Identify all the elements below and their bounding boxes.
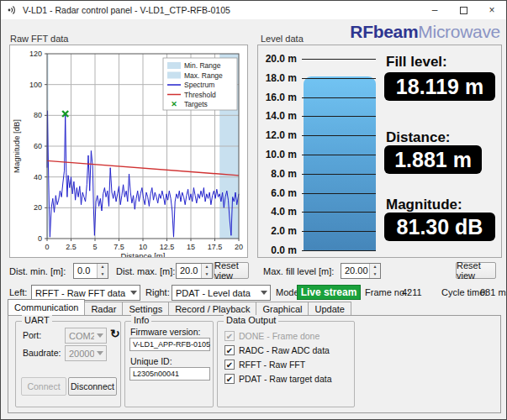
spinner-up-icon[interactable]: ▲ xyxy=(202,264,212,271)
scale-tick-line xyxy=(302,155,376,155)
spinner-up-icon[interactable]: ▲ xyxy=(98,264,108,271)
checkbox-checked-icon[interactable]: ✔ xyxy=(224,360,235,370)
checkbox-checked-icon[interactable]: ✔ xyxy=(224,374,235,384)
checkbox-checked-icon[interactable]: ✔ xyxy=(224,345,235,355)
info-group: Info Firmware version: V-LD1_APP-RFB-010… xyxy=(124,321,214,407)
spinner-down-icon[interactable]: ▼ xyxy=(370,271,380,279)
fft-reset-view-button[interactable]: Reset view xyxy=(214,262,249,279)
right-combo-label: Right: xyxy=(145,287,170,297)
svg-text:12.5: 12.5 xyxy=(160,243,175,251)
minimize-button[interactable]: – xyxy=(420,1,449,19)
dist-max-spinner[interactable]: 20.0 ▲▼ xyxy=(176,263,213,279)
dist-min-spinner[interactable]: 0.0 ▲▼ xyxy=(73,263,108,279)
unique-id-field[interactable]: L2305n00041 xyxy=(129,367,210,381)
data-output-group-label: Data Output xyxy=(224,315,278,325)
scale-label: 6.0 m xyxy=(258,187,297,199)
readout-label: Fill level: xyxy=(386,54,447,71)
refresh-ports-icon[interactable]: ↻ xyxy=(110,328,120,339)
right-view-value: PDAT - Level data xyxy=(172,288,258,298)
scale-label: 8.0 m xyxy=(258,168,297,180)
baudrate-value: 2000000 xyxy=(66,349,94,359)
tab-update[interactable]: Update xyxy=(308,302,351,315)
checkbox-label: RFFT - Raw FFT xyxy=(239,360,305,370)
dist-min-label: Dist. min. [m]: xyxy=(9,266,66,276)
baudrate-select[interactable]: 2000000 xyxy=(65,345,107,361)
spinner-up-icon[interactable]: ▲ xyxy=(370,264,380,271)
dist-max-label: Dist. max. [m]: xyxy=(116,266,175,276)
readout-value: 18.119 m xyxy=(384,72,495,101)
scale-tick-line xyxy=(302,212,376,213)
firmware-value-field[interactable]: V-LD1_APP-RFB-0105 xyxy=(129,338,210,351)
scale-tick-line xyxy=(302,174,376,175)
tab-settings[interactable]: Settings xyxy=(122,302,169,315)
scale-tick-line xyxy=(302,97,376,98)
logo-light-text: Microwave xyxy=(418,22,500,41)
chevron-down-icon xyxy=(258,291,270,295)
close-button[interactable]: × xyxy=(478,1,506,19)
level-bar xyxy=(304,76,376,250)
left-combo-label: Left: xyxy=(9,287,27,297)
scale-label: 4.0 m xyxy=(258,206,297,218)
disconnect-button[interactable]: Disconnect xyxy=(68,377,117,396)
svg-text:40: 40 xyxy=(34,173,42,181)
cycle-time-value: 081 ms xyxy=(480,287,507,297)
unique-id-label: Unique ID: xyxy=(130,356,172,366)
mode-status-badge: Live stream xyxy=(297,285,361,300)
scale-tick-line xyxy=(302,135,376,136)
tab-page-communication: UART Port: COM23 ↻ Baudrate: 2000000 Con… xyxy=(8,315,501,413)
port-label: Port: xyxy=(23,330,41,340)
port-select[interactable]: COM23 xyxy=(65,328,107,344)
max-fill-value[interactable]: 20.00 xyxy=(341,264,369,278)
spinner-down-icon[interactable]: ▼ xyxy=(202,271,212,279)
firmware-label: Firmware version: xyxy=(130,327,200,337)
tab-record-playback[interactable]: Record / Playback xyxy=(168,302,256,315)
info-group-label: Info xyxy=(131,315,151,325)
tab-radar[interactable]: Radar xyxy=(84,302,123,315)
readout-value: 1.881 m xyxy=(384,145,482,174)
svg-text:Min. Range: Min. Range xyxy=(184,61,221,70)
data-output-option: ✔RADC - Raw ADC data xyxy=(224,344,330,356)
max-fill-spinner[interactable]: 20.00 ▲▼ xyxy=(341,263,381,279)
scale-tick-line xyxy=(302,59,376,60)
svg-text:Spectrum: Spectrum xyxy=(184,81,214,89)
data-output-option: ✔PDAT - Raw target data xyxy=(224,372,332,385)
scale-label: 10.0 m xyxy=(258,149,297,160)
scale-tick-line xyxy=(302,78,376,79)
svg-text:Max. Range: Max. Range xyxy=(184,71,223,80)
svg-text:120: 120 xyxy=(29,50,42,58)
frame-no-value: 4211 xyxy=(402,287,422,297)
window-title: V-LD1 - Radar control panel - V-LD1_CTP-… xyxy=(23,5,230,15)
svg-text:0: 0 xyxy=(45,243,49,251)
data-output-option: ✔DONE - Frame done xyxy=(224,329,320,342)
fft-chart[interactable]: 02.557.51012.51517.520020406080100120Dis… xyxy=(9,45,248,258)
svg-text:20: 20 xyxy=(235,243,243,251)
dist-max-value[interactable]: 20.0 xyxy=(177,264,201,278)
checkbox-checked-icon: ✔ xyxy=(224,331,235,341)
svg-text:✕: ✕ xyxy=(171,100,177,108)
checkbox-label: DONE - Frame done xyxy=(239,331,320,341)
scale-label: 16.0 m xyxy=(258,92,297,103)
svg-text:17.5: 17.5 xyxy=(208,243,223,251)
maximize-button[interactable] xyxy=(449,1,478,19)
chevron-down-icon xyxy=(94,333,106,338)
svg-text:7.5: 7.5 xyxy=(114,243,124,251)
connect-button[interactable]: Connect xyxy=(21,377,66,396)
level-scale: 20.0 m18.0 m16.0 m14.0 m12.0 m10.0 m8.0 … xyxy=(258,45,384,257)
chevron-down-icon xyxy=(94,351,106,355)
checkbox-label: PDAT - Raw target data xyxy=(239,374,332,384)
svg-text:80: 80 xyxy=(34,111,42,119)
scale-label: 12.0 m xyxy=(258,129,297,141)
max-fill-label: Max. fill level [m]: xyxy=(263,266,334,276)
readout-label: Magnitude: xyxy=(386,197,462,213)
uart-group: UART Port: COM23 ↻ Baudrate: 2000000 Con… xyxy=(15,321,121,407)
dist-min-value[interactable]: 0.0 xyxy=(74,264,97,278)
fft-chart-svg[interactable]: 02.557.51012.51517.520020406080100120Dis… xyxy=(10,45,247,257)
right-view-select[interactable]: PDAT - Level data xyxy=(172,285,271,301)
tab-graphical[interactable]: Graphical xyxy=(256,302,309,315)
level-reset-view-button[interactable]: Reset view xyxy=(456,262,496,279)
level-group-label: Level data xyxy=(261,34,304,44)
svg-text:Magnitude [dB]: Magnitude [dB] xyxy=(12,119,21,173)
svg-text:15: 15 xyxy=(187,243,195,251)
spinner-down-icon[interactable]: ▼ xyxy=(98,271,108,279)
tab-communication[interactable]: Communication xyxy=(8,299,85,315)
